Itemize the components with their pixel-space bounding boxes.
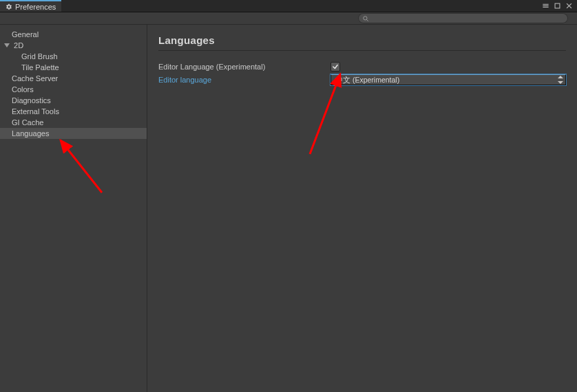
tab-title: Preferences [15, 3, 56, 11]
svg-rect-0 [543, 4, 548, 5]
sidebar: General 2D Grid Brush Tile Palette Cache… [0, 25, 147, 392]
svg-line-12 [310, 74, 340, 154]
window-controls [538, 0, 577, 12]
foldout-icon[interactable] [3, 41, 10, 52]
row-editor-language: Editor language 中文 (Experimental) [158, 74, 566, 85]
svg-rect-1 [543, 6, 548, 6]
dropdown-editor-language[interactable]: 中文 (Experimental) [331, 74, 566, 85]
checkmark-icon [332, 63, 339, 70]
dropdown-arrows-icon [558, 76, 563, 84]
svg-rect-2 [543, 7, 548, 8]
content-panel: Languages Editor Language (Experimental)… [147, 25, 577, 392]
sidebar-item-label: Diagnostics [12, 96, 51, 105]
sidebar-item-tile-palette[interactable]: Tile Palette [0, 62, 147, 73]
search-field[interactable] [358, 13, 568, 23]
search-input[interactable] [372, 14, 564, 23]
sidebar-item-grid-brush[interactable]: Grid Brush [0, 51, 147, 62]
sidebar-item-diagnostics[interactable]: Diagnostics [0, 95, 147, 106]
sidebar-item-label: Colors [12, 85, 34, 94]
tabbar-spacer [61, 0, 538, 12]
preferences-window: Preferences General [0, 0, 577, 392]
maximize-icon[interactable] [554, 2, 561, 10]
sidebar-item-label: Cache Server [12, 74, 58, 83]
sidebar-item-gi-cache[interactable]: GI Cache [0, 117, 147, 128]
sidebar-item-external-tools[interactable]: External Tools [0, 106, 147, 117]
sidebar-item-label: General [12, 30, 39, 39]
sidebar-item-label: Languages [12, 129, 49, 138]
sidebar-item-label: 2D [14, 41, 23, 50]
toolbar [0, 12, 577, 25]
sidebar-item-general[interactable]: General [0, 29, 147, 40]
dropdown-value: 中文 (Experimental) [335, 75, 399, 85]
search-icon [362, 15, 369, 22]
row-editor-language-experimental: Editor Language (Experimental) [158, 61, 566, 72]
svg-marker-8 [4, 43, 10, 47]
sidebar-item-languages[interactable]: Languages [0, 128, 147, 139]
sidebar-item-colors[interactable]: Colors [0, 84, 147, 95]
label-editor-language[interactable]: Editor language [158, 76, 331, 84]
gear-icon [6, 3, 12, 10]
close-icon[interactable] [565, 2, 573, 10]
sidebar-item-cache-server[interactable]: Cache Server [0, 73, 147, 84]
label-editor-language-experimental: Editor Language (Experimental) [158, 63, 331, 71]
svg-point-6 [364, 16, 367, 19]
svg-rect-3 [555, 3, 560, 8]
sidebar-item-label: Grid Brush [21, 52, 58, 61]
svg-marker-9 [558, 76, 563, 78]
svg-marker-10 [558, 81, 563, 84]
svg-line-7 [366, 19, 368, 21]
tab-preferences[interactable]: Preferences [0, 0, 61, 12]
body: General 2D Grid Brush Tile Palette Cache… [0, 25, 577, 392]
sidebar-item-label: GI Cache [12, 118, 43, 127]
sidebar-item-label: External Tools [12, 107, 59, 116]
window-menu-icon[interactable] [542, 2, 549, 10]
sidebar-item-2d[interactable]: 2D [0, 40, 147, 51]
sidebar-item-label: Tile Palette [21, 63, 59, 72]
tab-bar: Preferences [0, 0, 577, 12]
page-title: Languages [158, 34, 566, 51]
checkbox-editor-language-experimental[interactable] [331, 62, 340, 72]
